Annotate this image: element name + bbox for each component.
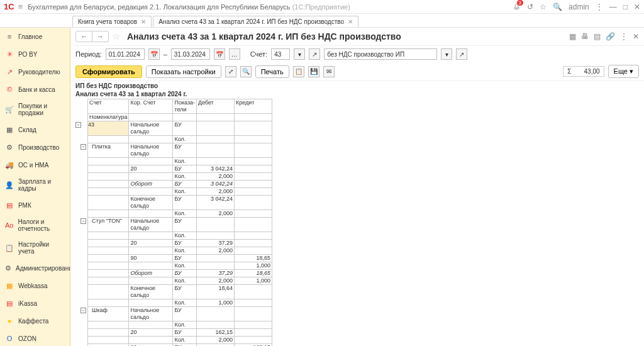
cell-pok: Кол. [173, 188, 197, 196]
table-row[interactable]: − Плитка Начальное сальдо БУ [75, 143, 272, 158]
sidebar-icon: ▤ [5, 201, 14, 209]
cell-pok: Кол. [173, 247, 197, 255]
sidebar-item-8[interactable]: 👤Зарплата и кадры [0, 174, 70, 196]
table-row[interactable]: 20 БУ 3 042,24 [75, 165, 272, 173]
org-input[interactable]: без НДС производство ИП [324, 48, 437, 60]
account-dropdown-icon[interactable]: ▾ [294, 48, 305, 60]
mail-icon[interactable]: ✉ [323, 66, 335, 77]
table-row[interactable]: Кол. 2,000 [75, 247, 272, 255]
sidebar-item-4[interactable]: 🛒Покупки и продажи [0, 98, 70, 121]
table-row[interactable]: Кол. 2,000 [75, 173, 272, 181]
menu-icon[interactable]: ≡ [18, 2, 23, 11]
close-icon[interactable]: ✕ [634, 3, 640, 11]
sidebar-item-11[interactable]: 📋Настройки учета [0, 237, 70, 259]
cell-kor: Конечное сальдо [129, 285, 173, 299]
table-row[interactable]: Оборот БУ 37,29 18,65 [75, 270, 272, 277]
table-row[interactable]: Кол. [75, 321, 272, 329]
org-dropdown-icon[interactable]: ▾ [441, 48, 452, 60]
show-settings-button[interactable]: Показать настройки [146, 65, 221, 78]
tree-collapse-icon[interactable]: − [75, 122, 81, 128]
table-row[interactable]: Конечное сальдо БУ 3 042,24 [75, 196, 272, 210]
sidebar-item-10[interactable]: АоНалоги и отчетность [0, 214, 70, 237]
cell-debit: 2,000 [197, 247, 235, 255]
sidebar-item-13[interactable]: ▦Webkassa [0, 277, 70, 294]
disk-icon[interactable]: 💾 [308, 66, 319, 77]
tab-close-icon[interactable]: ✕ [348, 18, 353, 25]
copy-icon[interactable]: ▤ [594, 32, 601, 41]
sidebar-item-1[interactable]: ✳РО BY [0, 45, 70, 63]
table-row[interactable]: Кол. [75, 158, 272, 165]
notification-icon[interactable]: 🕭 [513, 3, 521, 11]
sidebar-item-2[interactable]: ↗Руководителю [0, 63, 70, 81]
account-input[interactable]: 43 [271, 48, 290, 60]
report-table[interactable]: Счет Кор. Счет Показа- тели Дебет Кредит… [75, 99, 272, 346]
sidebar-item-14[interactable]: ▤iKassa [0, 294, 70, 312]
table-row[interactable]: Конечное сальдо БУ 18,64 [75, 285, 272, 299]
cell-kor: Начальное сальдо [129, 121, 173, 136]
table-row[interactable]: Кол. 2,000 1,000 [75, 277, 272, 285]
star-icon[interactable]: ☆ [113, 31, 121, 42]
table-row[interactable]: 90 БУ 18,65 [75, 255, 272, 262]
minimize-icon[interactable]: — [609, 3, 617, 11]
sidebar-item-0[interactable]: ≡Главное [0, 28, 70, 45]
date-from-input[interactable]: 01.01.2024 [106, 48, 145, 60]
tree-collapse-icon[interactable]: − [80, 218, 86, 224]
tab-close-icon[interactable]: ✕ [141, 18, 146, 25]
history-icon[interactable]: ↺ [527, 3, 533, 11]
table-row[interactable]: Кол. 2,000 [75, 210, 272, 218]
favorite-icon[interactable]: ☆ [540, 3, 547, 11]
link-icon[interactable]: 🔗 [606, 32, 615, 41]
org-open-icon[interactable]: ↗ [456, 48, 467, 60]
close-page-icon[interactable]: ✕ [633, 32, 639, 41]
report-body[interactable]: ИП без НДС производство Анализ счета 43 … [70, 81, 644, 346]
kebab-icon[interactable]: ⋮ [620, 32, 628, 41]
sidebar-item-6[interactable]: ⚙Производство [0, 138, 70, 156]
table-row[interactable]: − Шкаф Начальное сальдо БУ [75, 307, 272, 321]
tab-book[interactable]: Книга учета товаров ✕ [72, 16, 152, 27]
calendar-from-icon[interactable]: 📅 [148, 48, 160, 60]
search-icon[interactable]: 🔍 [553, 3, 562, 11]
sidebar-item-9[interactable]: ▤РМК [0, 196, 70, 214]
table-row[interactable]: Оборот БУ 3 042,24 [75, 181, 272, 188]
table-row[interactable]: − 43 Начальное сальдо БУ [75, 121, 272, 136]
table-row[interactable]: 20 БУ 37,29 [75, 240, 272, 247]
search-toolbar-icon[interactable]: 🔍 [240, 66, 252, 77]
tree-collapse-icon[interactable]: − [80, 308, 86, 313]
table-row[interactable]: Кол. 1,000 [75, 262, 272, 270]
account-open-icon[interactable]: ↗ [309, 48, 320, 60]
sidebar-item-16[interactable]: OOZON [0, 330, 70, 346]
cell-pok: БУ [173, 240, 197, 247]
expand-icon[interactable]: ⤢ [225, 66, 236, 77]
export-icon[interactable]: ▦ [569, 32, 576, 41]
table-row[interactable]: 20 БУ 162,15 [75, 329, 272, 337]
more-button[interactable]: Еще ▾ [608, 65, 639, 78]
sidebar-item-5[interactable]: ▦Склад [0, 121, 70, 138]
back-button[interactable]: ← [76, 31, 92, 42]
table-row[interactable]: 90 БУ 162,15 [75, 344, 272, 347]
table-row[interactable]: − Стул "TON" Начальное сальдо БУ [75, 218, 272, 232]
print-button[interactable]: Печать [255, 65, 289, 78]
calendar-to-icon[interactable]: 📅 [214, 48, 225, 60]
print-icon[interactable]: 🖶 [581, 32, 589, 41]
sidebar-item-12[interactable]: ⚙Администрирование [0, 259, 70, 277]
sidebar-item-15[interactable]: ●Каффеста [0, 312, 70, 330]
sidebar-item-3[interactable]: ©Банк и касса [0, 81, 70, 98]
cell-kor [129, 321, 173, 329]
maximize-icon[interactable]: □ [623, 3, 628, 11]
forward-button[interactable]: → [92, 31, 108, 42]
tree-collapse-icon[interactable]: − [80, 144, 86, 150]
save-icon[interactable]: 📋 [293, 66, 304, 77]
cell-kor: Конечное сальдо [129, 196, 173, 210]
table-row[interactable]: Кол. 1,000 [75, 299, 272, 307]
table-row[interactable]: Кол. 2,000 [75, 337, 272, 344]
table-row[interactable]: Кол. 2,000 [75, 188, 272, 196]
table-row[interactable]: Кол. [75, 232, 272, 240]
tab-analysis[interactable]: Анализ счета 43 за 1 квартал 2024 г. ИП … [153, 16, 358, 27]
date-to-input[interactable]: 31.03.2024 [171, 48, 210, 60]
user-name[interactable]: admin [569, 3, 589, 11]
form-button[interactable]: Сформировать [75, 65, 142, 78]
period-select-button[interactable]: … [229, 48, 240, 60]
settings-icon[interactable]: ⋮ [596, 3, 603, 11]
table-row[interactable]: Кол. [75, 136, 272, 143]
sidebar-item-7[interactable]: 🚚ОС и НМА [0, 156, 70, 174]
